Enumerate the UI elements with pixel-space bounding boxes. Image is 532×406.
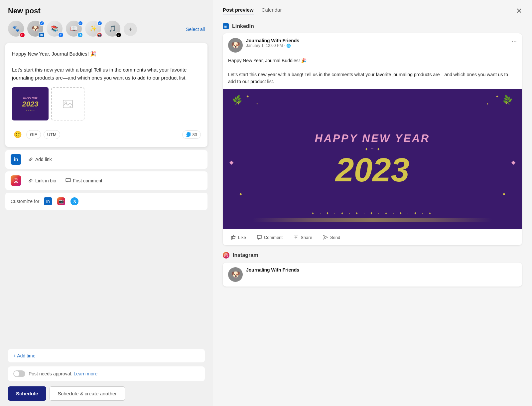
- approval-toggle[interactable]: [13, 370, 25, 377]
- page-title: New post: [8, 7, 205, 15]
- add-time-button[interactable]: + Add time: [8, 349, 205, 362]
- bottom-section: + Add time Post needs approval. Learn mo…: [0, 344, 213, 406]
- instagram-preview-avatar: 🐶: [228, 267, 243, 282]
- check-badge-linkedin: ✓: [39, 21, 45, 26]
- instagram-preview-card: 🐶 Journaling With Friends: [223, 263, 522, 287]
- svg-point-4: [17, 179, 18, 180]
- preview-card-header: 🐶 Journaling With Friends January 1, 12:…: [223, 33, 522, 57]
- share-icon: [293, 235, 299, 240]
- facebook-badge: f: [58, 32, 64, 38]
- preview-more-button[interactable]: ···: [512, 38, 517, 45]
- left-header: New post: [0, 7, 213, 21]
- utm-button[interactable]: UTM: [44, 130, 60, 139]
- instagram-badge: 📷: [96, 32, 102, 38]
- svg-rect-6: [224, 254, 228, 257]
- like-icon: [231, 235, 236, 240]
- check-badge-instagram: ✓: [97, 21, 102, 26]
- linkedin-badge: in: [39, 32, 45, 38]
- instagram-link-section: Link in bio First comment: [5, 171, 207, 190]
- close-button[interactable]: ✕: [516, 7, 522, 15]
- comment-button[interactable]: Comment: [254, 233, 285, 242]
- char-count-value: 83: [193, 132, 197, 137]
- send-icon: [323, 235, 328, 240]
- approval-text: Post needs approval. Learn more: [29, 371, 97, 376]
- preview-date: January 1, 12:00 PM · 🌐: [246, 43, 508, 48]
- twitter-char-icon: [186, 132, 191, 137]
- like-button[interactable]: Like: [228, 233, 249, 242]
- customize-icons: in 📷 𝕏: [43, 197, 79, 206]
- right-tabs: Post preview Calendar: [223, 7, 282, 15]
- toolbar-row: 🙂 GIF UTM 83: [12, 126, 201, 140]
- learn-more-link[interactable]: Learn more: [73, 371, 97, 376]
- account-instagram[interactable]: ✓ ✨ 📷: [85, 21, 102, 38]
- instagram-platform-header: Instagram: [223, 252, 522, 259]
- linkedin-preview: in LinkedIn 🐶 Journaling With Friends Ja…: [223, 23, 522, 245]
- linkedin-preview-card: 🐶 Journaling With Friends January 1, 12:…: [223, 33, 522, 245]
- linkedin-platform-name: LinkedIn: [232, 23, 254, 29]
- comment-action-icon: [257, 235, 262, 240]
- share-button[interactable]: Share: [291, 233, 315, 242]
- schedule-button[interactable]: Schedule: [8, 386, 46, 401]
- hny-graphic: ✦ ✦ ✦ ✦ ✦ ✦ 🌿 🌿 HAPPY NEW YEAR ✦: [223, 89, 522, 229]
- instagram-platform-name: Instagram: [233, 252, 258, 258]
- customize-linkedin[interactable]: in: [43, 197, 53, 206]
- gif-button[interactable]: GIF: [26, 130, 41, 139]
- preview-author-info: Journaling With Friends January 1, 12:00…: [246, 38, 508, 48]
- left-panel: New post 🐾 P ✓ 🐶 in 📚 f ✓ 📖 𝕏 ✓ ✨ 📷: [0, 0, 213, 406]
- tiktok-badge: ♪: [116, 32, 122, 38]
- link-in-bio-button[interactable]: Link in bio: [25, 177, 59, 185]
- instagram-author-info: Journaling With Friends: [246, 267, 517, 273]
- account-twitter[interactable]: ✓ 📖 𝕏: [66, 21, 83, 38]
- preview-image: ✦ ✦ ✦ ✦ ✦ ✦ 🌿 🌿 HAPPY NEW YEAR ✦: [223, 89, 522, 229]
- hny-thumbnail: HApPy New 2023 ✦ ✦ ✦ ✦ ✦: [12, 87, 49, 120]
- preview-actions: Like Comment Share: [223, 229, 522, 245]
- svg-point-3: [15, 180, 17, 182]
- svg-point-8: [227, 254, 227, 254]
- right-header: Post preview Calendar ✕: [223, 7, 522, 15]
- linkedin-icon: in: [11, 154, 21, 165]
- pinterest-badge: P: [19, 32, 25, 38]
- linkedin-link-section: in Add link: [5, 150, 207, 169]
- first-comment-button[interactable]: First comment: [63, 177, 105, 185]
- account-facebook[interactable]: 📚 f: [47, 21, 64, 38]
- hny-title-text: HAPPY NEW YEAR: [315, 132, 430, 144]
- add-link-button[interactable]: Add link: [25, 155, 55, 163]
- preview-avatar: 🐶: [228, 38, 243, 53]
- accounts-row: 🐾 P ✓ 🐶 in 📚 f ✓ 📖 𝕏 ✓ ✨ 📷 🎵 ♪: [0, 21, 213, 43]
- customize-instagram[interactable]: 📷: [57, 197, 66, 206]
- instagram-author-name: Journaling With Friends: [246, 267, 517, 273]
- twitter-badge: 𝕏: [77, 32, 83, 38]
- linkedin-platform-header: in LinkedIn: [223, 23, 522, 29]
- approval-row: Post needs approval. Learn more: [8, 366, 205, 381]
- instagram-preview: Instagram 🐶 Journaling With Friends: [223, 252, 522, 287]
- media-row: HApPy New 2023 ✦ ✦ ✦ ✦ ✦: [12, 87, 201, 120]
- add-account-button[interactable]: +: [124, 23, 137, 36]
- add-media-button[interactable]: [51, 87, 84, 120]
- account-pinterest[interactable]: 🐾 P: [8, 21, 25, 38]
- preview-post-text: Happy New Year, Journal Buddies! 🎉 Let's…: [223, 57, 522, 89]
- linkedin-platform-icon: in: [223, 23, 229, 29]
- customize-section: Customize for in 📷 𝕏: [5, 193, 207, 210]
- select-all-link[interactable]: Select all: [186, 27, 205, 32]
- customize-label: Customize for: [11, 199, 39, 204]
- emoji-button[interactable]: 🙂: [12, 129, 24, 140]
- post-text[interactable]: Happy New Year, Journal Buddies! 🎉 Let's…: [12, 50, 201, 82]
- account-linkedin[interactable]: ✓ 🐶 in: [27, 21, 45, 38]
- char-count: 83: [182, 130, 201, 139]
- comment-icon: [66, 178, 71, 183]
- account-tiktok[interactable]: 🎵 ♪: [104, 21, 122, 38]
- hny-year-text: 2023: [335, 153, 409, 186]
- media-thumbnail-1[interactable]: HApPy New 2023 ✦ ✦ ✦ ✦ ✦: [12, 87, 49, 120]
- compose-card: Happy New Year, Journal Buddies! 🎉 Let's…: [5, 43, 207, 147]
- tab-post-preview[interactable]: Post preview: [223, 7, 254, 15]
- instagram-platform-icon: [223, 252, 229, 259]
- tab-calendar[interactable]: Calendar: [262, 7, 282, 15]
- svg-point-7: [225, 255, 227, 256]
- send-button[interactable]: Send: [320, 233, 343, 242]
- preview-author-name: Journaling With Friends: [246, 38, 508, 43]
- link-icon: [28, 157, 33, 162]
- svg-rect-2: [14, 179, 18, 183]
- customize-twitter[interactable]: 𝕏: [70, 197, 79, 206]
- schedule-create-button[interactable]: Schedule & create another: [50, 386, 125, 401]
- svg-rect-5: [66, 178, 70, 182]
